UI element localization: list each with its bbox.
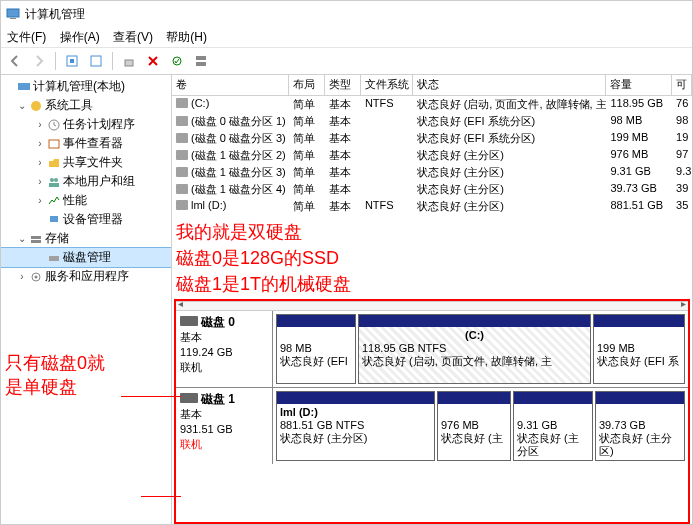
disk0-partition-3[interactable]: 199 MB状态良好 (EFI 系 <box>593 314 685 384</box>
window-title: 计算机管理 <box>25 3 85 25</box>
tree-system-tools[interactable]: ⌄系统工具 <box>1 96 171 115</box>
disk0-partition-1[interactable]: 98 MB状态良好 (EFI <box>276 314 356 384</box>
titlebar: 计算机管理 <box>1 1 692 27</box>
menu-action[interactable]: 操作(A) <box>60 30 100 44</box>
col-volume[interactable]: 卷 <box>172 75 289 95</box>
svg-point-10 <box>31 101 41 111</box>
delete-button[interactable] <box>143 51 163 71</box>
volume-list[interactable]: (C:)简单基本NTFS状态良好 (启动, 页面文件, 故障转储, 主分区)11… <box>172 96 692 215</box>
app-icon <box>5 6 21 22</box>
svg-rect-0 <box>7 9 19 17</box>
svg-rect-19 <box>49 256 59 261</box>
tree-task-scheduler[interactable]: ›任务计划程序 <box>1 115 171 134</box>
col-capacity[interactable]: 容量 <box>606 75 672 95</box>
up-button[interactable] <box>62 51 82 71</box>
annotation-arrow-1 <box>121 396 181 397</box>
svg-rect-8 <box>196 62 206 66</box>
tree-event-viewer[interactable]: ›事件查看器 <box>1 134 171 153</box>
svg-rect-12 <box>49 140 59 148</box>
svg-rect-15 <box>49 183 59 187</box>
toolbar <box>1 48 692 75</box>
disk0-partition-c[interactable]: (C:)118.95 GB NTFS状态良好 (启动, 页面文件, 故障转储, … <box>358 314 591 384</box>
volume-row[interactable]: lml (D:)简单基本NTFS状态良好 (主分区)881.51 GB35 <box>172 198 692 215</box>
svg-rect-3 <box>70 59 74 63</box>
disk-1-row[interactable]: 磁盘 1 基本 931.51 GB 联机 lml (D:)881.51 GB N… <box>176 388 688 464</box>
refresh-button[interactable] <box>86 51 106 71</box>
disk-0-info: 磁盘 0 基本 119.24 GB 联机 <box>176 311 273 387</box>
tree-performance[interactable]: ›性能 <box>1 191 171 210</box>
tree-local-users[interactable]: ›本地用户和组 <box>1 172 171 191</box>
menu-view[interactable]: 查看(V) <box>113 30 153 44</box>
properties-button[interactable] <box>119 51 139 71</box>
tree-device-manager[interactable]: 设备管理器 <box>1 210 171 229</box>
disk-layout-panel: 磁盘 0 基本 119.24 GB 联机 98 MB状态良好 (EFI (C:)… <box>174 299 690 524</box>
back-button[interactable] <box>5 51 25 71</box>
options-button[interactable] <box>167 51 187 71</box>
disk-icon <box>180 393 198 403</box>
svg-point-14 <box>54 178 58 182</box>
svg-point-21 <box>35 275 38 278</box>
volume-row[interactable]: (磁盘 0 磁盘分区 1)简单基本状态良好 (EFI 系统分区)98 MB98 <box>172 113 692 130</box>
disk-0-row[interactable]: 磁盘 0 基本 119.24 GB 联机 98 MB状态良好 (EFI (C:)… <box>176 311 688 388</box>
svg-rect-18 <box>31 240 41 243</box>
svg-rect-9 <box>18 83 30 90</box>
layout-button[interactable] <box>191 51 211 71</box>
col-type[interactable]: 类型 <box>325 75 361 95</box>
tree-disk-management[interactable]: 磁盘管理 <box>1 248 171 267</box>
col-free[interactable]: 可 <box>672 75 692 95</box>
disk1-partition-d[interactable]: lml (D:)881.51 GB NTFS状态良好 (主分区) <box>276 391 435 461</box>
tree-services[interactable]: ›服务和应用程序 <box>1 267 171 286</box>
forward-button[interactable] <box>29 51 49 71</box>
disk-icon <box>180 316 198 326</box>
svg-rect-1 <box>10 18 16 19</box>
volume-row[interactable]: (磁盘 1 磁盘分区 3)简单基本状态良好 (主分区)9.31 GB9.3 <box>172 164 692 181</box>
volume-list-header: 卷 布局 类型 文件系统 状态 容量 可 <box>172 75 692 96</box>
volume-row[interactable]: (C:)简单基本NTFS状态良好 (启动, 页面文件, 故障转储, 主分区)11… <box>172 96 692 113</box>
volume-row[interactable]: (磁盘 0 磁盘分区 3)简单基本状态良好 (EFI 系统分区)199 MB19 <box>172 130 692 147</box>
disk-1-info: 磁盘 1 基本 931.51 GB 联机 <box>176 388 273 464</box>
nav-tree: 计算机管理(本地) ⌄系统工具 ›任务计划程序 ›事件查看器 ›共享文件夹 ›本… <box>1 75 172 525</box>
annotation-arrow-2 <box>141 496 181 497</box>
annotation-side: 只有磁盘0就 是单硬盘 <box>5 351 165 399</box>
disk1-partition-3[interactable]: 9.31 GB状态良好 (主分区 <box>513 391 593 461</box>
svg-rect-5 <box>125 60 133 66</box>
svg-rect-7 <box>196 56 206 60</box>
volume-row[interactable]: (磁盘 1 磁盘分区 4)简单基本状态良好 (主分区)39.73 GB39 <box>172 181 692 198</box>
svg-rect-17 <box>31 236 41 239</box>
menu-help[interactable]: 帮助(H) <box>166 30 207 44</box>
col-filesystem[interactable]: 文件系统 <box>361 75 413 95</box>
svg-rect-4 <box>91 56 101 66</box>
tree-shared-folders[interactable]: ›共享文件夹 <box>1 153 171 172</box>
main-panel: 卷 布局 类型 文件系统 状态 容量 可 (C:)简单基本NTFS状态良好 (启… <box>172 75 692 525</box>
volume-row[interactable]: (磁盘 1 磁盘分区 2)简单基本状态良好 (主分区)976 MB97 <box>172 147 692 164</box>
col-layout[interactable]: 布局 <box>289 75 325 95</box>
splitter[interactable] <box>176 301 688 311</box>
annotation-main: 我的就是双硬盘 磁盘0是128G的SSD 磁盘1是1T的机械硬盘 <box>172 215 692 297</box>
menubar: 文件(F) 操作(A) 查看(V) 帮助(H) <box>1 27 692 48</box>
svg-point-13 <box>50 178 54 182</box>
disk1-partition-4[interactable]: 39.73 GB状态良好 (主分区) <box>595 391 685 461</box>
tree-root[interactable]: 计算机管理(本地) <box>1 77 171 96</box>
menu-file[interactable]: 文件(F) <box>7 30 46 44</box>
disk1-partition-2[interactable]: 976 MB状态良好 (主 <box>437 391 511 461</box>
col-status[interactable]: 状态 <box>413 75 607 95</box>
svg-rect-16 <box>50 216 58 222</box>
computer-management-window: 计算机管理 文件(F) 操作(A) 查看(V) 帮助(H) 计算机管理(本地) … <box>0 0 693 525</box>
tree-storage[interactable]: ⌄存储 <box>1 229 171 248</box>
